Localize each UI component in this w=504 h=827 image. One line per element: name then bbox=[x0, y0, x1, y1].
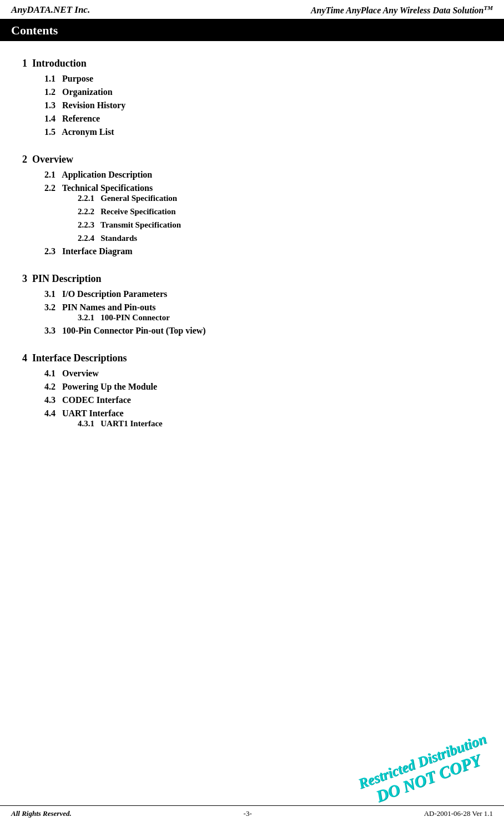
page-header: AnyDATA.NET Inc. AnyTime AnyPlace Any Wi… bbox=[0, 0, 504, 20]
section-4-title: 4 Interface Descriptions bbox=[22, 352, 482, 364]
toc-content: 1 Introduction 1.1 Purpose 1.2 Organizat… bbox=[0, 52, 504, 456]
watermark-line2: DO NOT COPY bbox=[361, 746, 495, 810]
subsection-1-2: 1.2 Organization bbox=[44, 87, 482, 97]
subsubsection-2-2-1: 2.2.1 General Specification bbox=[78, 193, 482, 203]
section-4: 4 Interface Descriptions 4.1 Overview 4.… bbox=[22, 352, 482, 428]
subsection-2-2: 2.2 Technical Specifications 2.2.1 Gener… bbox=[44, 183, 482, 243]
footer-page-number: -3- bbox=[244, 809, 252, 818]
section-3-title: 3 PIN Description bbox=[22, 273, 482, 285]
section-3: 3 PIN Description 3.1 I/O Description Pa… bbox=[22, 273, 482, 336]
section-2-title: 2 Overview bbox=[22, 154, 482, 165]
subsubsection-2-2-2: 2.2.2 Receive Specification bbox=[78, 206, 482, 216]
section-1-title: 1 Introduction bbox=[22, 58, 482, 69]
subsection-4-2: 4.2 Powering Up the Module bbox=[44, 382, 482, 392]
subsection-3-3: 3.3 100-Pin Connector Pin-out (Top view) bbox=[44, 326, 482, 336]
tagline: AnyTime AnyPlace Any Wireless Data Solut… bbox=[311, 4, 493, 16]
page-footer: All Rights Reserved. -3- AD-2001-06-28 V… bbox=[0, 805, 504, 821]
subsubsection-2-2-4: 2.2.4 Standards bbox=[78, 233, 482, 243]
page-title: Contents bbox=[0, 20, 504, 41]
watermark: Restricted Distribution DO NOT COPY bbox=[356, 730, 495, 810]
section-2: 2 Overview 2.1 Application Description 2… bbox=[22, 154, 482, 256]
subsection-1-4: 1.4 Reference bbox=[44, 114, 482, 124]
subsection-2-1: 2.1 Application Description bbox=[44, 170, 482, 180]
subsection-2-3: 2.3 Interface Diagram bbox=[44, 246, 482, 256]
subsubsection-2-2-3: 2.2.3 Transmit Specification bbox=[78, 220, 482, 230]
subsection-1-1: 1.1 Purpose bbox=[44, 74, 482, 84]
watermark-line1: Restricted Distribution bbox=[356, 730, 488, 792]
subsubsection-4-3-1: 4.3.1 UART1 Interface bbox=[78, 418, 482, 428]
subsection-1-3: 1.3 Revision History bbox=[44, 100, 482, 110]
subsubsection-3-2-1: 3.2.1 100-PIN Connector bbox=[78, 312, 482, 322]
company-name: AnyDATA.NET Inc. bbox=[11, 4, 90, 16]
footer-copyright: All Rights Reserved. bbox=[11, 809, 72, 818]
subsection-1-5: 1.5 Acronym List bbox=[44, 127, 482, 137]
subsection-3-2: 3.2 PIN Names and Pin-outs 3.2.1 100-PIN… bbox=[44, 302, 482, 322]
subsection-4-1: 4.1 Overview bbox=[44, 369, 482, 379]
subsection-4-4: 4.4 UART Interface 4.3.1 UART1 Interface bbox=[44, 409, 482, 428]
footer-doc-info: AD-2001-06-28 Ver 1.1 bbox=[424, 809, 493, 818]
subsection-4-3: 4.3 CODEC Interface bbox=[44, 395, 482, 405]
section-1: 1 Introduction 1.1 Purpose 1.2 Organizat… bbox=[22, 58, 482, 137]
subsection-3-1: 3.1 I/O Description Parameters bbox=[44, 289, 482, 299]
